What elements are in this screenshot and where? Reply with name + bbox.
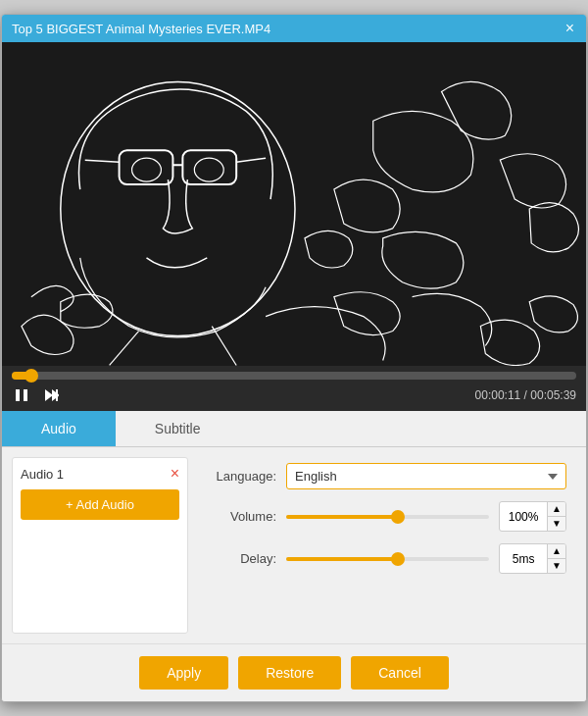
delay-row: Delay: 5ms ▲ ▼ xyxy=(208,543,566,574)
volume-row: Volume: 100% ▲ ▼ xyxy=(208,501,566,532)
svg-rect-9 xyxy=(24,389,27,401)
volume-down-button[interactable]: ▼ xyxy=(548,517,565,531)
language-row: Language: English French Spanish German … xyxy=(208,463,566,489)
svg-rect-8 xyxy=(16,389,20,401)
volume-input-wrapper: 100% ▲ ▼ xyxy=(499,501,566,532)
delay-slider-container[interactable] xyxy=(286,549,489,569)
language-select[interactable]: English French Spanish German Italian Ja… xyxy=(286,463,566,489)
apply-button[interactable]: Apply xyxy=(139,656,228,690)
title-bar: Top 5 BIGGEST Animal Mysteries EVER.MP4 … xyxy=(2,15,586,42)
skip-forward-button[interactable] xyxy=(41,385,61,405)
tab-subtitle[interactable]: Subtitle xyxy=(116,411,240,446)
video-preview xyxy=(2,42,586,366)
cancel-button[interactable]: Cancel xyxy=(351,656,449,690)
volume-label: Volume: xyxy=(208,509,276,524)
delay-thumb[interactable] xyxy=(391,552,405,566)
footer-row: Apply Restore Cancel xyxy=(2,643,586,701)
volume-fill-left xyxy=(286,515,398,519)
player-controls: 00:00:11 / 00:05:39 xyxy=(2,366,586,411)
language-label: Language: xyxy=(208,469,276,484)
total-time: 00:05:39 xyxy=(530,388,576,402)
delay-slider-track xyxy=(286,557,489,561)
volume-slider-container[interactable] xyxy=(286,507,489,527)
delay-label: Delay: xyxy=(208,551,276,566)
volume-slider-track xyxy=(286,515,489,519)
delay-fill-left xyxy=(286,557,398,561)
svg-rect-1 xyxy=(120,150,173,184)
audio-item-label: Audio 1 xyxy=(21,467,64,482)
delay-spinners: ▲ ▼ xyxy=(547,544,565,573)
svg-point-7 xyxy=(194,158,223,181)
pause-button[interactable] xyxy=(12,385,31,405)
volume-spinners: ▲ ▼ xyxy=(547,502,565,531)
svg-line-5 xyxy=(236,158,266,162)
settings-panel: Language: English French Spanish German … xyxy=(198,457,576,634)
svg-rect-2 xyxy=(182,150,236,184)
svg-marker-10 xyxy=(45,389,53,401)
progress-bar[interactable] xyxy=(12,372,576,380)
tabs-row: Audio Subtitle xyxy=(2,411,586,447)
main-window: Top 5 BIGGEST Animal Mysteries EVER.MP4 … xyxy=(1,14,587,702)
volume-up-button[interactable]: ▲ xyxy=(548,502,565,517)
progress-thumb[interactable] xyxy=(24,369,38,383)
restore-button[interactable]: Restore xyxy=(238,656,341,690)
delay-input-wrapper: 5ms ▲ ▼ xyxy=(499,543,566,574)
delay-down-button[interactable]: ▼ xyxy=(548,559,565,573)
time-display: 00:00:11 / 00:05:39 xyxy=(475,388,576,402)
audio-item-remove-button[interactable]: × xyxy=(171,466,179,482)
progress-fill xyxy=(12,372,31,380)
close-button[interactable]: × xyxy=(564,21,576,36)
delay-up-button[interactable]: ▲ xyxy=(548,544,565,559)
volume-input[interactable]: 100% xyxy=(500,506,547,528)
delay-input[interactable]: 5ms xyxy=(500,548,547,570)
current-time: 00:00:11 xyxy=(475,388,521,402)
audio-item-1: Audio 1 × xyxy=(21,466,179,482)
svg-line-4 xyxy=(85,160,120,162)
tab-audio[interactable]: Audio xyxy=(2,411,116,446)
add-audio-button[interactable]: + Add Audio xyxy=(21,489,179,520)
window-title: Top 5 BIGGEST Animal Mysteries EVER.MP4 xyxy=(12,22,270,36)
svg-point-6 xyxy=(132,158,162,181)
content-area: Audio 1 × + Add Audio Language: English … xyxy=(2,447,586,643)
audio-list-panel: Audio 1 × + Add Audio xyxy=(12,457,188,634)
volume-thumb[interactable] xyxy=(391,510,405,524)
